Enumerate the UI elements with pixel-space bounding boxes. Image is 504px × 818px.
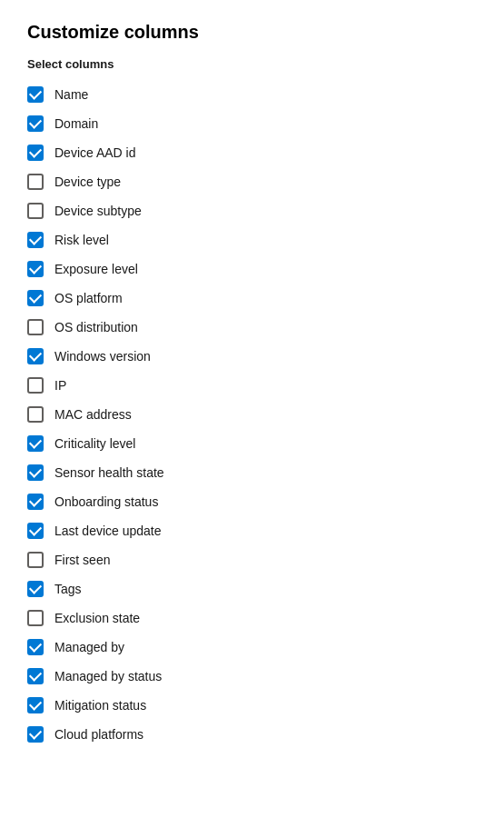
checkbox-cloud-platforms[interactable] <box>27 726 44 743</box>
column-label-windows-version: Windows version <box>54 349 151 364</box>
checkbox-criticality-level[interactable] <box>27 435 44 452</box>
column-item-name[interactable]: Name <box>27 80 477 109</box>
column-item-os-platform[interactable]: OS platform <box>27 284 477 313</box>
column-item-tags[interactable]: Tags <box>27 574 477 604</box>
checkbox-tags[interactable] <box>27 581 44 597</box>
column-label-exposure-level: Exposure level <box>54 262 138 276</box>
column-label-mac-address: MAC address <box>54 407 132 422</box>
column-item-domain[interactable]: Domain <box>27 109 477 138</box>
page-title: Customize columns <box>27 22 477 43</box>
checkbox-ip[interactable] <box>27 377 44 394</box>
column-item-exclusion-state[interactable]: Exclusion state <box>27 604 477 633</box>
column-label-cloud-platforms: Cloud platforms <box>54 727 143 742</box>
column-item-criticality-level[interactable]: Criticality level <box>27 429 477 458</box>
checkbox-mac-address[interactable] <box>27 406 44 423</box>
column-item-device-subtype[interactable]: Device subtype <box>27 196 477 225</box>
column-label-onboarding-status: Onboarding status <box>54 494 158 509</box>
column-label-os-platform: OS platform <box>54 291 123 305</box>
column-label-exclusion-state: Exclusion state <box>54 611 140 625</box>
checkbox-domain[interactable] <box>27 115 44 132</box>
checkbox-device-aad-id[interactable] <box>27 145 44 161</box>
column-label-managed-by: Managed by <box>54 640 124 654</box>
checkbox-name[interactable] <box>27 86 44 103</box>
checkbox-windows-version[interactable] <box>27 348 44 364</box>
column-label-domain: Domain <box>54 116 98 131</box>
column-item-windows-version[interactable]: Windows version <box>27 342 477 371</box>
column-item-cloud-platforms[interactable]: Cloud platforms <box>27 720 477 749</box>
checkbox-first-seen[interactable] <box>27 552 44 568</box>
column-label-mitigation-status: Mitigation status <box>54 698 146 713</box>
column-item-managed-by[interactable]: Managed by <box>27 633 477 662</box>
column-label-last-device-update: Last device update <box>54 524 162 538</box>
column-label-device-aad-id: Device AAD id <box>54 145 135 160</box>
checkbox-exposure-level[interactable] <box>27 261 44 277</box>
column-item-first-seen[interactable]: First seen <box>27 545 477 574</box>
column-item-last-device-update[interactable]: Last device update <box>27 516 477 545</box>
columns-list: NameDomainDevice AAD idDevice typeDevice… <box>27 80 477 749</box>
checkbox-managed-by[interactable] <box>27 639 44 655</box>
checkbox-last-device-update[interactable] <box>27 523 44 539</box>
column-item-device-type[interactable]: Device type <box>27 167 477 196</box>
column-label-device-subtype: Device subtype <box>54 204 142 218</box>
column-label-criticality-level: Criticality level <box>54 436 135 451</box>
checkbox-os-platform[interactable] <box>27 290 44 306</box>
checkbox-risk-level[interactable] <box>27 232 44 248</box>
column-item-risk-level[interactable]: Risk level <box>27 225 477 254</box>
checkbox-mitigation-status[interactable] <box>27 697 44 713</box>
column-label-managed-by-status: Managed by status <box>54 669 162 683</box>
column-label-tags: Tags <box>54 582 82 596</box>
checkbox-managed-by-status[interactable] <box>27 668 44 684</box>
column-item-onboarding-status[interactable]: Onboarding status <box>27 487 477 516</box>
column-item-device-aad-id[interactable]: Device AAD id <box>27 138 477 167</box>
section-label: Select columns <box>27 57 477 71</box>
checkbox-onboarding-status[interactable] <box>27 494 44 510</box>
column-item-managed-by-status[interactable]: Managed by status <box>27 662 477 691</box>
column-label-device-type: Device type <box>54 175 121 189</box>
checkbox-device-type[interactable] <box>27 174 44 190</box>
column-label-risk-level: Risk level <box>54 233 109 247</box>
checkbox-os-distribution[interactable] <box>27 319 44 335</box>
column-label-first-seen: First seen <box>54 553 110 567</box>
checkbox-sensor-health-state[interactable] <box>27 464 44 481</box>
column-label-name: Name <box>54 87 88 102</box>
column-item-mitigation-status[interactable]: Mitigation status <box>27 691 477 720</box>
column-item-exposure-level[interactable]: Exposure level <box>27 254 477 284</box>
column-item-mac-address[interactable]: MAC address <box>27 400 477 429</box>
column-item-os-distribution[interactable]: OS distribution <box>27 313 477 342</box>
column-item-sensor-health-state[interactable]: Sensor health state <box>27 458 477 487</box>
column-label-sensor-health-state: Sensor health state <box>54 465 164 480</box>
checkbox-exclusion-state[interactable] <box>27 610 44 626</box>
checkbox-device-subtype[interactable] <box>27 203 44 219</box>
column-label-os-distribution: OS distribution <box>54 320 138 334</box>
column-item-ip[interactable]: IP <box>27 371 477 400</box>
column-label-ip: IP <box>54 378 66 393</box>
